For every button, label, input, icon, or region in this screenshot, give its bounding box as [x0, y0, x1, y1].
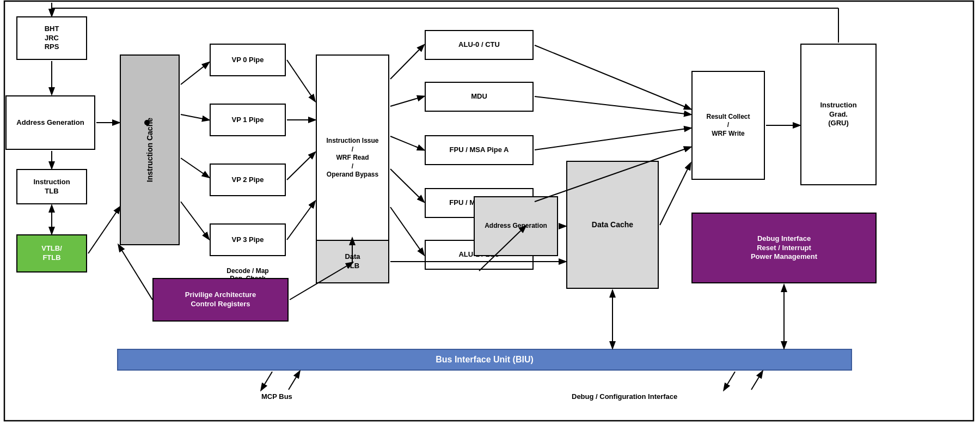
gru-label: InstructionGrad.(GRU)	[820, 101, 856, 129]
fpua-label: FPU / MSA Pipe A	[450, 146, 509, 155]
svg-line-17	[390, 96, 424, 106]
svg-line-11	[181, 202, 209, 239]
vp0-label: VP 0 Pipe	[231, 56, 264, 65]
svg-line-29	[660, 164, 690, 225]
addr-gen-left-label: Address Generation	[16, 118, 84, 128]
inst-tlb-block: InstructionTLB	[16, 169, 87, 204]
privilege-label: Privilige ArchitectureControl Registers	[185, 290, 256, 309]
vp1-label: VP 1 Pipe	[231, 116, 264, 125]
debug-config-text: Debug / Configuration Interface	[572, 392, 677, 401]
vtlb-block: VTLB/FTLB	[16, 234, 87, 272]
svg-line-22	[535, 96, 690, 114]
vp1-block: VP 1 Pipe	[210, 104, 286, 136]
svg-line-41	[289, 372, 299, 390]
vp2-label: VP 2 Pipe	[231, 175, 264, 185]
diagram-container: BHTJRCRPS Address Generation Instruction…	[0, 0, 980, 436]
vp3-label: VP 3 Pipe	[231, 235, 264, 245]
result-label: Result Collect/WRF Write	[706, 113, 750, 138]
issue-block: Instruction Issue/WRF Read/Operand Bypas…	[316, 55, 389, 262]
biu-label: Bus Interface Unit (BIU)	[436, 354, 534, 366]
alu0-block: ALU-0 / CTU	[425, 30, 534, 60]
svg-line-12	[287, 60, 315, 101]
bht-block: BHTJRCRPS	[16, 16, 87, 60]
svg-line-6	[88, 207, 120, 253]
inst-cache-block: Instruction Cache	[120, 55, 180, 245]
svg-line-15	[287, 202, 315, 240]
gru-block: InstructionGrad.(GRU)	[800, 44, 877, 185]
vp3-block: VP 3 Pipe	[210, 223, 286, 256]
svg-line-38	[119, 245, 152, 300]
bht-label: BHTJRCRPS	[45, 25, 59, 52]
svg-line-8	[181, 63, 209, 84]
svg-line-42	[724, 372, 735, 390]
alu0-label: ALU-0 / CTU	[458, 40, 500, 50]
inst-cache-label: Instruction Cache	[145, 118, 155, 182]
inst-tlb-label: InstructionTLB	[33, 178, 70, 196]
data-tlb-block: DataTLB	[316, 240, 389, 283]
svg-line-43	[751, 372, 762, 390]
mdu-label: MDU	[471, 92, 487, 101]
svg-line-14	[287, 153, 315, 180]
privilege-block: Privilige ArchitectureControl Registers	[152, 278, 289, 322]
debug-config-label: Debug / Configuration Interface	[572, 392, 677, 401]
debug-label: Debug InterfaceReset / InterruptPower Ma…	[751, 234, 817, 262]
svg-line-19	[390, 169, 424, 202]
mcp-text: MCP Bus	[261, 392, 292, 401]
svg-line-16	[390, 45, 424, 79]
svg-line-10	[181, 158, 209, 177]
addr-gen-right-block: Address Generation	[474, 196, 558, 256]
result-block: Result Collect/WRF Write	[691, 71, 765, 180]
issue-label: Instruction Issue/WRF Read/Operand Bypas…	[326, 137, 378, 179]
svg-line-20	[390, 207, 424, 255]
data-tlb-label: DataTLB	[345, 252, 360, 271]
fpua-block: FPU / MSA Pipe A	[425, 135, 534, 165]
addr-gen-left-block: Address Generation	[5, 95, 95, 150]
svg-line-18	[390, 136, 424, 150]
vp0-block: VP 0 Pipe	[210, 44, 286, 76]
mcp-label: MCP Bus	[261, 392, 292, 401]
debug-block: Debug InterfaceReset / InterruptPower Ma…	[691, 213, 877, 283]
svg-line-23	[535, 128, 690, 150]
mdu-block: MDU	[425, 82, 534, 112]
addr-gen-right-label: Address Generation	[485, 222, 547, 231]
biu-block: Bus Interface Unit (BIU)	[117, 349, 852, 371]
data-cache-label: Data Cache	[592, 220, 633, 229]
svg-line-21	[535, 45, 690, 109]
vp2-block: VP 2 Pipe	[210, 164, 286, 196]
data-cache-block: Data Cache	[566, 161, 659, 289]
svg-line-40	[261, 372, 272, 390]
svg-line-9	[181, 114, 209, 120]
vtlb-label: VTLB/FTLB	[41, 244, 62, 263]
